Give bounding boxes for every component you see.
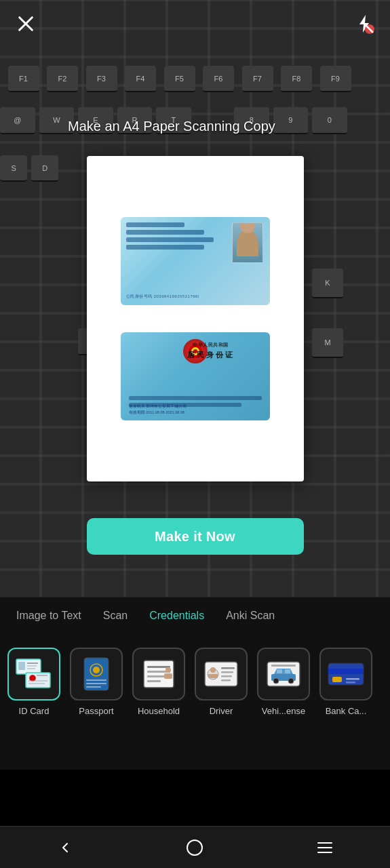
cred-label-id-card: ID Card: [19, 706, 50, 716]
cred-icon-bank-card: [319, 648, 372, 701]
nav-back-button[interactable]: [45, 833, 85, 863]
svg-rect-50: [346, 682, 355, 684]
document-card: 公民身份号码 20398419920521796l 中华人民共和国 居民身份证 …: [87, 156, 304, 481]
make-now-button[interactable]: Make it Now: [87, 518, 304, 555]
svg-rect-37: [221, 675, 232, 677]
svg-rect-27: [147, 675, 166, 677]
id-info-line2: [126, 237, 214, 242]
id-card-validity: 签发机关 郑州市公安局下城分局 有效期限 2011.08.08-2021.08.…: [129, 404, 262, 415]
svg-point-20: [93, 667, 100, 673]
close-button[interactable]: [11, 9, 41, 39]
svg-rect-18: [84, 658, 109, 690]
card-back-title: 中华人民共和国 居民身份证: [157, 342, 265, 360]
cred-item-bank-card[interactable]: Bank Ca...: [319, 648, 373, 763]
id-info-line1: [126, 230, 204, 235]
make-now-label: Make it Now: [155, 529, 235, 545]
cred-label-bank-card: Bank Ca...: [326, 706, 367, 716]
id-card-back: 中华人民共和国 居民身份证 签发机关 郑州市公安局下城分局 有效期限 2011.…: [121, 332, 270, 420]
flash-button[interactable]: [349, 9, 379, 39]
svg-point-51: [187, 840, 202, 855]
household-cred-icon: [138, 655, 179, 693]
svg-rect-21: [86, 679, 106, 681]
scan-heading-text: Make an A4 Paper Scanning Copy: [68, 119, 275, 134]
cred-icon-id-card: [7, 648, 60, 701]
svg-rect-9: [18, 662, 25, 670]
tab-image-to-text[interactable]: Image to Text: [7, 604, 91, 627]
camera-area: F1 F2 F3 F4 F5 F6 F7 F8 F9 @ W E R T 8 9…: [0, 0, 390, 597]
close-icon: [16, 14, 35, 33]
cred-icon-driver: [195, 648, 248, 701]
svg-point-41: [273, 678, 279, 684]
svg-rect-23: [86, 686, 101, 688]
cred-label-vehicle: Vehi...ense: [262, 706, 305, 716]
home-circle-icon: [185, 838, 204, 857]
top-bar: [0, 0, 390, 47]
svg-point-42: [288, 678, 294, 684]
scan-heading: Make an A4 Paper Scanning Copy: [0, 119, 390, 134]
svg-point-29: [165, 667, 171, 673]
svg-rect-36: [221, 671, 233, 673]
svg-rect-30: [164, 673, 172, 679]
bank-card-cred-icon: [326, 655, 366, 693]
id-card-front: 公民身份号码 20398419920521796l: [121, 217, 270, 305]
tab-credentials[interactable]: Credentials: [140, 604, 214, 627]
svg-rect-47: [328, 669, 364, 674]
tabs-bar: Image to Text Scan Credentials Anki Scan: [0, 597, 390, 634]
vehicle-cred-icon: [263, 655, 304, 693]
tab-scan[interactable]: Scan: [94, 604, 137, 627]
cred-item-household[interactable]: Household: [132, 648, 186, 763]
tab-anki-scan[interactable]: Anki Scan: [216, 604, 284, 627]
back-line1: [129, 396, 262, 400]
back-icon: [57, 840, 73, 856]
flash-off-icon: [354, 14, 374, 34]
cred-icon-vehicle: [257, 648, 310, 701]
credentials-scroll[interactable]: ID Card Passport: [0, 634, 390, 770]
driver-cred-icon: [201, 655, 241, 693]
svg-rect-38: [221, 679, 231, 682]
svg-rect-35: [221, 667, 235, 669]
navigation-bar: [0, 826, 390, 868]
svg-rect-44: [285, 669, 290, 673]
svg-rect-34: [208, 674, 218, 678]
passport-cred-icon: [76, 655, 117, 693]
svg-rect-49: [346, 678, 359, 680]
cred-label-passport: Passport: [79, 706, 113, 716]
menu-icon: [317, 841, 333, 854]
svg-rect-43: [277, 669, 282, 673]
id-card-number: 公民身份号码 20398419920521796l: [126, 294, 265, 300]
svg-rect-13: [26, 673, 50, 688]
id-card-photo: [232, 222, 263, 263]
cred-item-driver[interactable]: Driver: [194, 648, 248, 763]
id-card-cred-icon: [14, 655, 54, 693]
cred-label-household: Household: [138, 706, 180, 716]
cred-icon-household: [132, 648, 185, 701]
nav-home-button[interactable]: [174, 833, 215, 863]
svg-point-33: [210, 667, 216, 673]
id-name-line: [126, 222, 184, 227]
nav-menu-button[interactable]: [305, 833, 345, 863]
svg-rect-22: [86, 683, 106, 684]
svg-rect-45: [271, 665, 296, 667]
svg-rect-48: [332, 677, 342, 682]
cred-icon-passport: [70, 648, 123, 701]
cred-item-id-card[interactable]: ID Card: [7, 648, 61, 763]
cred-item-passport[interactable]: Passport: [69, 648, 123, 763]
cred-label-driver: Driver: [210, 706, 233, 716]
svg-rect-28: [147, 680, 161, 682]
id-info-line3: [126, 245, 204, 250]
cred-item-vehicle[interactable]: Vehi...ense: [256, 648, 311, 763]
svg-rect-25: [147, 666, 170, 668]
credentials-section: ID Card Passport: [0, 634, 390, 770]
